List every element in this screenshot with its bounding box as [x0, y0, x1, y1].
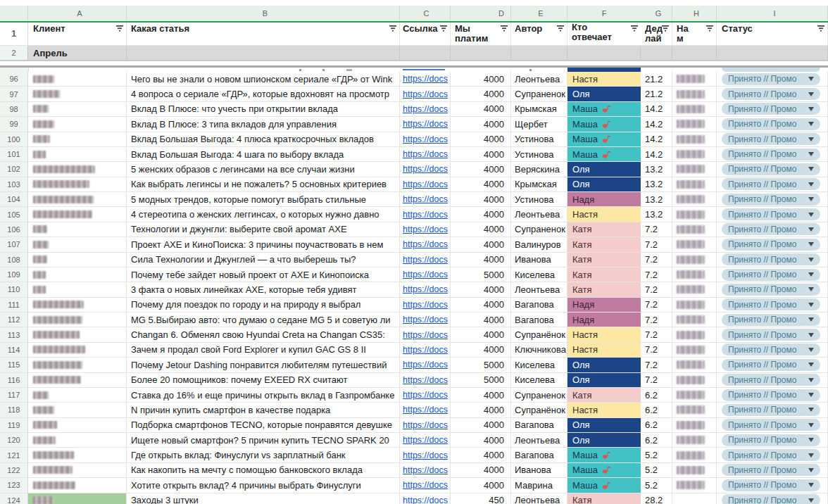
status-cell[interactable]: Принято // Промо — [717, 358, 828, 372]
pay-cell[interactable]: 4000 — [451, 403, 511, 417]
client-cell[interactable] — [28, 313, 127, 327]
client-cell[interactable] — [28, 418, 127, 433]
row-number[interactable]: 112 — [0, 313, 28, 327]
row-number[interactable]: 108 — [0, 253, 28, 267]
row-number[interactable]: 104 — [0, 192, 28, 207]
link-cell[interactable]: https://docs — [400, 373, 451, 388]
client-cell[interactable] — [28, 102, 127, 117]
doc-link[interactable]: https://docs — [403, 164, 448, 174]
nam-cell[interactable] — [672, 478, 717, 493]
client-cell[interactable] — [28, 267, 127, 282]
column-header-d[interactable]: D — [451, 6, 511, 21]
status-cell[interactable]: Принято // Промо — [717, 222, 828, 237]
row-number[interactable]: 105 — [0, 207, 28, 222]
nam-cell[interactable] — [672, 72, 717, 87]
status-cell[interactable]: Принято // Промо — [717, 478, 828, 493]
nam-cell[interactable] — [672, 192, 717, 207]
deadline-cell[interactable]: 6.2 — [641, 418, 672, 433]
doc-link[interactable]: https://docs — [403, 480, 448, 490]
client-cell[interactable] — [28, 373, 127, 388]
link-cell[interactable]: https://docs — [400, 117, 451, 132]
status-dropdown[interactable]: Принято // Промо — [722, 194, 820, 206]
author-cell[interactable]: Щербет — [511, 117, 567, 132]
author-cell[interactable]: Устинова — [511, 147, 567, 162]
status-dropdown[interactable]: Принято // Промо — [722, 149, 820, 160]
article-cell[interactable]: Почему Jetour Dashing понравится любител… — [127, 358, 400, 372]
article-cell[interactable]: 3 факта о новых линейках AXE, которые те… — [127, 282, 400, 297]
deadline-cell[interactable]: 7.2 — [641, 237, 672, 252]
owner-cell[interactable]: Оля — [567, 177, 641, 192]
status-cell[interactable]: Принято // Промо — [717, 343, 828, 358]
row-number[interactable]: 2 — [0, 46, 28, 61]
author-cell[interactable]: Леонтьева — [511, 433, 567, 448]
status-dropdown[interactable]: Принято // Промо — [722, 404, 820, 416]
nam-cell[interactable] — [672, 282, 717, 297]
doc-link[interactable]: https://docs — [403, 119, 448, 129]
doc-link[interactable]: https://docs — [403, 239, 448, 249]
client-cell[interactable] — [28, 448, 127, 462]
client-cell[interactable] — [28, 433, 127, 448]
nam-cell[interactable] — [672, 327, 717, 342]
doc-link[interactable]: https://docs — [403, 194, 448, 204]
status-dropdown[interactable]: Принято // Промо — [722, 73, 820, 85]
client-cell[interactable] — [28, 87, 127, 101]
row-number[interactable]: 1 — [0, 23, 28, 46]
owner-cell[interactable]: Оля — [567, 162, 641, 177]
client-cell[interactable] — [28, 222, 127, 237]
owner-cell[interactable]: Оля — [567, 418, 641, 433]
owner-cell[interactable]: Настя — [567, 207, 641, 222]
status-cell[interactable]: Принято // Промо — [717, 493, 828, 504]
link-cell[interactable]: https://docs — [400, 493, 451, 504]
deadline-cell[interactable]: 14.2 — [641, 117, 672, 132]
article-cell[interactable]: Вклад Большая Выгода: 4 плюса краткосроч… — [127, 132, 400, 147]
link-cell[interactable]: https://docs — [400, 177, 451, 192]
deadline-cell[interactable]: 28.2 — [641, 493, 672, 504]
nam-cell[interactable] — [672, 373, 717, 388]
author-cell[interactable]: Маврина — [511, 478, 567, 493]
link-cell[interactable]: https://docs — [400, 327, 451, 342]
status-dropdown[interactable]: Принято // Промо — [722, 419, 820, 431]
owner-cell[interactable]: Надя — [567, 192, 641, 207]
filter-icon[interactable] — [630, 25, 639, 34]
filter-icon[interactable] — [439, 25, 448, 34]
client-cell[interactable] — [28, 282, 127, 297]
column-header-c[interactable]: C — [400, 6, 451, 21]
status-cell[interactable]: Принято // Промо — [717, 132, 828, 147]
owner-cell[interactable]: Маша — [567, 102, 641, 117]
author-cell[interactable]: Иванова — [511, 253, 567, 267]
author-cell[interactable]: Леонтьева — [511, 207, 567, 222]
nam-cell[interactable] — [672, 493, 717, 504]
author-cell[interactable]: Ключникова — [511, 343, 567, 358]
link-cell[interactable]: https://docs — [400, 192, 451, 207]
article-cell[interactable]: Сила Технологии и Джунглей — а что выбер… — [127, 253, 400, 267]
deadline-cell[interactable]: 7.2 — [641, 373, 672, 388]
status-cell[interactable]: Принято // Промо — [717, 327, 828, 342]
doc-link[interactable]: https://docs — [403, 255, 448, 265]
article-cell[interactable]: 5 женских образов с легинсами на все слу… — [127, 162, 400, 177]
author-cell[interactable]: Леонтьева — [511, 282, 567, 297]
article-cell[interactable]: Как выбрать легинсы и не пожалеть? 5 осн… — [127, 177, 400, 192]
pay-cell[interactable]: 4000 — [451, 463, 511, 478]
owner-cell[interactable]: Оля — [567, 87, 641, 101]
status-dropdown[interactable]: Принято // Промо — [722, 314, 820, 326]
nam-cell[interactable] — [672, 463, 717, 478]
nam-cell[interactable] — [672, 418, 717, 433]
row-number[interactable]: 110 — [0, 282, 28, 297]
pay-cell[interactable]: 4000 — [451, 177, 511, 192]
author-cell[interactable]: Супранёнок — [511, 327, 567, 342]
doc-link[interactable]: https://docs — [403, 390, 448, 400]
status-cell[interactable]: Принято // Промо — [717, 162, 828, 177]
doc-link[interactable]: https://docs — [403, 74, 448, 84]
link-cell[interactable]: https://docs — [400, 343, 451, 358]
article-cell[interactable]: MG 5.Выбираю авто: что думаю о седане MG… — [127, 313, 400, 327]
row-number[interactable]: 100 — [0, 132, 28, 147]
status-cell[interactable]: Принято // Промо — [717, 403, 828, 417]
row-number[interactable]: 114 — [0, 343, 28, 358]
status-dropdown[interactable]: Принято // Промо — [722, 88, 820, 100]
link-cell[interactable]: https://docs — [400, 418, 451, 433]
nam-cell[interactable] — [672, 132, 717, 147]
client-cell[interactable] — [28, 147, 127, 162]
pay-cell[interactable]: 4000 — [451, 222, 511, 237]
deadline-cell[interactable]: 5.2 — [641, 463, 672, 478]
article-cell[interactable]: Зачем я продал свой Ford Explorer и купи… — [127, 343, 400, 358]
